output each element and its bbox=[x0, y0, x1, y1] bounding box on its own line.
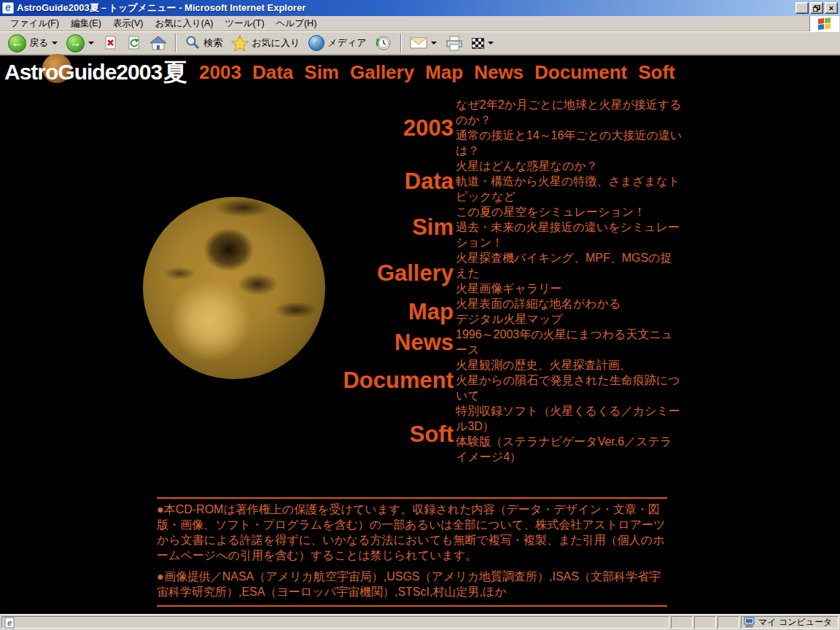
description-line: 火星からの隕石で発見された生命痕跡について bbox=[456, 373, 683, 403]
top-navigation: 2003 Data Sim Gallery Map News Document … bbox=[199, 61, 675, 84]
nav-link-map[interactable]: Map bbox=[425, 61, 463, 84]
section-description: 火星観測の歴史、火星探査計画、 火星からの隕石で発見された生命痕跡について bbox=[456, 357, 683, 403]
section-description: この夏の星空をシミュレーション！ 過去・未来の火星接近の違いをシミュレーション！ bbox=[456, 204, 683, 250]
search-label: 検索 bbox=[203, 36, 222, 50]
print-button[interactable] bbox=[442, 34, 467, 52]
menu-sections: 2003 なぜ2年2か月ごとに地球と火星が接近するのか？ 通常の接近と14～16… bbox=[292, 97, 700, 464]
nav-link-data[interactable]: Data bbox=[252, 61, 293, 84]
stop-button[interactable] bbox=[99, 34, 121, 52]
status-pane-main: e bbox=[1, 616, 669, 629]
nav-link-document[interactable]: Document bbox=[534, 61, 627, 84]
description-line: 火星表面の詳細な地名がわかる bbox=[456, 296, 683, 311]
section-heading-map[interactable]: Map bbox=[292, 300, 456, 323]
search-button[interactable]: 検索 bbox=[181, 34, 226, 52]
section-heading-news[interactable]: News bbox=[292, 331, 456, 354]
mail-button[interactable] bbox=[406, 35, 440, 51]
document-icon: e bbox=[4, 617, 15, 629]
menu-view[interactable]: 表示(V) bbox=[107, 16, 149, 31]
logo-summer-kanji: 夏 bbox=[163, 56, 187, 89]
favorites-button[interactable]: お気に入り bbox=[228, 34, 303, 53]
browser-window: e AstroGuide2003夏－トップメニュー - Microsoft In… bbox=[0, 0, 840, 630]
divider bbox=[157, 605, 667, 607]
section-heading-document[interactable]: Document bbox=[292, 369, 456, 392]
ie-logo-icon: e bbox=[2, 2, 14, 14]
section-row: 2003 なぜ2年2か月ごとに地球と火星が接近するのか？ 通常の接近と14～16… bbox=[292, 97, 700, 158]
description-line: 過去・未来の火星接近の違いをシミュレーション！ bbox=[456, 219, 683, 250]
mail-dropdown-caret bbox=[431, 42, 437, 44]
description-line: デジタル火星マップ bbox=[456, 311, 683, 327]
stop-icon bbox=[103, 35, 117, 51]
nav-link-2003[interactable]: 2003 bbox=[199, 61, 241, 84]
toolbar-separator bbox=[175, 34, 176, 52]
close-button[interactable]: × bbox=[825, 2, 838, 14]
description-line: 火星画像ギャラリー bbox=[456, 281, 683, 296]
section-description: 1996～2003年の火星にまつわる天文ニュース bbox=[456, 327, 683, 357]
logo-text: AstroGuide2003 bbox=[4, 60, 162, 85]
site-logo: AstroGuide2003 夏 bbox=[4, 56, 187, 89]
edit-button[interactable] bbox=[468, 36, 497, 50]
forward-dropdown-caret bbox=[88, 42, 94, 44]
minimize-icon: _ bbox=[800, 7, 804, 12]
section-heading-2003[interactable]: 2003 bbox=[292, 117, 456, 139]
restore-button[interactable] bbox=[810, 2, 823, 14]
menu-tools[interactable]: ツール(T) bbox=[219, 16, 271, 31]
section-description: 火星はどんな惑星なのか？ 軌道・構造から火星の特徴、さまざまなトピックなど bbox=[456, 158, 683, 204]
nav-link-news[interactable]: News bbox=[474, 61, 524, 84]
back-label: 戻る bbox=[29, 36, 48, 50]
section-heading-soft[interactable]: Soft bbox=[292, 423, 456, 446]
copyright-paragraph: ●本CD-ROMは著作権上の保護を受けています。収録された内容（データ・デザイン… bbox=[157, 502, 667, 563]
forward-button[interactable]: → bbox=[63, 33, 98, 54]
history-button[interactable] bbox=[371, 33, 396, 53]
section-row: Gallery 火星探査機バイキング、MPF、MGSの捉えた 火星画像ギャラリー bbox=[292, 250, 700, 296]
status-pane bbox=[718, 616, 739, 629]
refresh-icon bbox=[126, 35, 141, 51]
printer-icon bbox=[446, 36, 463, 51]
window-title: AstroGuide2003夏－トップメニュー - Microsoft Inte… bbox=[17, 1, 796, 15]
section-heading-sim[interactable]: Sim bbox=[292, 216, 456, 238]
status-zone-pane: マイ コンピュータ bbox=[741, 616, 839, 629]
description-line: 特別収録ソフト（火星くるくる／カシミール3D） bbox=[456, 403, 683, 434]
section-heading-data[interactable]: Data bbox=[292, 170, 456, 192]
description-line: 軌道・構造から火星の特徴、さまざまなトピックなど bbox=[456, 174, 683, 204]
site-header: AstroGuide2003 夏 2003 Data Sim Gallery M… bbox=[4, 58, 675, 86]
section-row: News 1996～2003年の火星にまつわる天文ニュース bbox=[292, 327, 700, 357]
home-button[interactable] bbox=[146, 34, 171, 52]
menu-help[interactable]: ヘルプ(H) bbox=[271, 16, 323, 31]
nav-link-soft[interactable]: Soft bbox=[638, 61, 675, 84]
section-row: Data 火星はどんな惑星なのか？ 軌道・構造から火星の特徴、さまざまなトピック… bbox=[292, 158, 700, 204]
status-bar: e マイ コンピュータ bbox=[0, 614, 840, 630]
nav-link-gallery[interactable]: Gallery bbox=[350, 61, 414, 84]
menu-favorites[interactable]: お気に入り(A) bbox=[149, 16, 219, 31]
windows-flag-throbber bbox=[809, 16, 839, 31]
music-note-icon: ♪ bbox=[314, 38, 319, 49]
back-button[interactable]: ← 戻る bbox=[4, 33, 61, 54]
back-icon: ← bbox=[8, 34, 26, 52]
back-dropdown-caret bbox=[52, 42, 58, 44]
forward-icon: → bbox=[66, 34, 85, 52]
menu-file[interactable]: ファイル(F) bbox=[4, 16, 65, 31]
favorites-label: お気に入り bbox=[252, 36, 300, 50]
my-computer-icon bbox=[744, 617, 755, 628]
menu-edit[interactable]: 編集(E) bbox=[65, 16, 107, 31]
minimize-button[interactable]: _ bbox=[796, 2, 809, 14]
description-line: 体験版（ステラナビゲータVer.6／ステライメージ4） bbox=[456, 434, 683, 464]
status-zone-label: マイ コンピュータ bbox=[758, 616, 832, 629]
svg-text:e: e bbox=[7, 618, 12, 627]
section-description: 火星表面の詳細な地名がわかる デジタル火星マップ bbox=[456, 296, 683, 327]
refresh-button[interactable] bbox=[122, 34, 144, 52]
section-heading-gallery[interactable]: Gallery bbox=[292, 262, 456, 284]
standard-toolbar: ← 戻る → bbox=[0, 31, 840, 55]
nav-link-sim[interactable]: Sim bbox=[304, 61, 339, 84]
history-clock-icon bbox=[375, 34, 392, 52]
edit-dropdown-caret bbox=[488, 42, 494, 44]
media-label: メディア bbox=[327, 36, 366, 50]
menu-bar: ファイル(F) 編集(E) 表示(V) お気に入り(A) ツール(T) ヘルプ(… bbox=[0, 16, 840, 31]
close-icon: × bbox=[829, 5, 833, 11]
description-line: 火星探査機バイキング、MPF、MGSの捉えた bbox=[456, 250, 683, 281]
status-pane bbox=[694, 616, 716, 629]
windows-flag-icon bbox=[818, 18, 831, 31]
media-button[interactable]: ♪ メディア bbox=[305, 34, 370, 52]
window-controls: _ × bbox=[796, 2, 838, 14]
description-line: 1996～2003年の火星にまつわる天文ニュース bbox=[456, 327, 683, 357]
section-row: Soft 特別収録ソフト（火星くるくる／カシミール3D） 体験版（ステラナビゲー… bbox=[292, 403, 700, 464]
